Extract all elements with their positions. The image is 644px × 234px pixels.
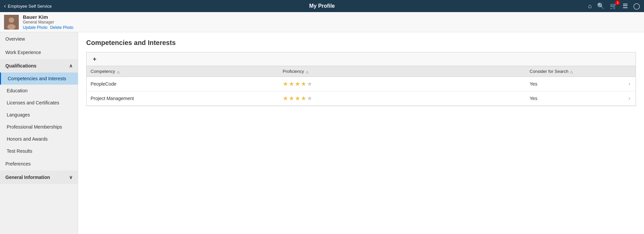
sidebar-item-preferences-label: Preferences [5,161,31,167]
competency-sort-icon: △ [117,70,120,74]
chevron-right-icon: › [629,81,630,87]
back-label: Employee Self Service [8,4,52,9]
notification-badge: 3 [615,0,620,5]
cell-consider: Yes [526,91,625,106]
sidebar-item-competencies-and-interests[interactable]: Competencies and Interests [0,73,78,85]
competencies-table: Competency △ Proficiency △ Consider for … [87,66,636,106]
sidebar-section-general-information[interactable]: General Information ∨ [0,171,78,184]
cell-competency: PeopleCode [87,77,279,91]
table-row[interactable]: Project Management★★★★★Yes› [87,91,636,106]
menu-icon[interactable]: ☰ [623,2,628,10]
user-icon[interactable]: ◯ [633,2,640,10]
avatar-image [4,15,19,30]
profile-header: Bauer Kim General Manager Update Photo D… [0,12,644,32]
cell-proficiency: ★★★★★ [279,77,526,91]
sidebar-item-memberships-label: Professional Memberships [7,124,62,130]
sidebar-section-qualifications-label: Qualifications [5,63,37,68]
page-title: My Profile [309,3,335,9]
col-proficiency-label: Proficiency [283,69,304,74]
sidebar-item-competencies-label: Competencies and Interests [8,76,66,81]
sidebar-item-test-results-label: Test Results [7,148,32,154]
star-empty: ★ [307,80,312,88]
sidebar-item-licenses-label: Licenses and Certificates [7,100,59,105]
sidebar-item-work-experience[interactable]: Work Experience [0,46,78,59]
chevron-right-icon: › [629,95,630,101]
cell-competency: Project Management [87,91,279,106]
sidebar-item-languages[interactable]: Languages [0,109,78,121]
star-rating: ★★★★★ [283,80,522,88]
competencies-table-container: + Competency △ Proficiency △ Co [86,52,636,106]
sidebar-item-overview[interactable]: Overview [0,32,78,46]
sidebar-item-honors-and-awards[interactable]: Honors and Awards [0,133,78,145]
main-layout: Overview Work Experience Qualifications … [0,32,644,234]
content-heading: Competencies and Interests [86,39,636,47]
sidebar-item-licenses-and-certificates[interactable]: Licenses and Certificates [0,97,78,109]
sidebar: Overview Work Experience Qualifications … [0,32,78,234]
svg-point-2 [7,24,15,30]
table-row[interactable]: PeopleCode★★★★★Yes› [87,77,636,91]
star-empty: ★ [307,95,312,102]
col-consider-label: Consider for Search [530,69,569,74]
top-nav-actions: ⌂ 🔍 🛒 3 ☰ ◯ [588,2,640,10]
row-detail-arrow[interactable]: › [625,77,636,91]
content-area: Competencies and Interests + Competency … [78,32,644,234]
star-filled: ★ [289,95,294,102]
svg-point-1 [9,17,14,23]
profile-info: Bauer Kim General Manager Update Photo D… [23,14,73,30]
star-filled: ★ [301,80,306,88]
sidebar-item-education-label: Education [7,88,28,93]
sidebar-section-general-label: General Information [5,175,50,180]
col-competency-label: Competency [91,69,115,74]
sidebar-item-preferences[interactable]: Preferences [0,157,78,171]
top-navigation: ‹ Employee Self Service My Profile ⌂ 🔍 🛒… [0,0,644,12]
home-icon[interactable]: ⌂ [588,3,592,10]
back-nav[interactable]: ‹ Employee Self Service [4,3,52,9]
star-filled: ★ [289,80,294,88]
row-detail-arrow[interactable]: › [625,91,636,106]
star-filled: ★ [295,80,300,88]
sidebar-item-languages-label: Languages [7,112,30,118]
col-header-competency[interactable]: Competency △ [87,66,279,77]
col-header-consider[interactable]: Consider for Search △ [526,66,625,77]
sidebar-item-test-results[interactable]: Test Results [0,145,78,157]
consider-sort-icon: △ [570,70,573,74]
cell-proficiency: ★★★★★ [279,91,526,106]
star-filled: ★ [283,95,288,102]
chevron-up-icon: ∧ [69,63,72,68]
sidebar-item-professional-memberships[interactable]: Professional Memberships [0,121,78,133]
star-filled: ★ [295,95,300,102]
avatar [4,15,19,30]
star-rating: ★★★★★ [283,95,522,102]
profile-photo-links: Update Photo Delete Photo [23,25,73,30]
profile-job-title: General Manager [23,20,73,25]
col-header-proficiency[interactable]: Proficiency △ [279,66,526,77]
col-header-arrow [625,66,636,77]
sidebar-item-education[interactable]: Education [0,85,78,97]
chevron-down-icon: ∨ [69,175,72,180]
add-competency-button[interactable]: + [91,55,99,63]
sidebar-item-overview-label: Overview [5,36,25,42]
delete-photo-link[interactable]: Delete Photo [50,25,73,30]
cell-consider: Yes [526,77,625,91]
notifications-icon[interactable]: 🛒 3 [610,2,617,10]
back-icon: ‹ [4,3,6,9]
proficiency-sort-icon: △ [306,70,309,74]
star-filled: ★ [301,95,306,102]
add-row-toolbar: + [87,52,636,66]
star-filled: ★ [283,80,288,88]
sidebar-item-work-experience-label: Work Experience [5,50,41,55]
profile-name: Bauer Kim [23,14,73,20]
sidebar-section-qualifications[interactable]: Qualifications ∧ [0,59,78,73]
sidebar-item-honors-label: Honors and Awards [7,136,48,142]
update-photo-link[interactable]: Update Photo [23,25,47,30]
search-icon[interactable]: 🔍 [597,2,604,10]
